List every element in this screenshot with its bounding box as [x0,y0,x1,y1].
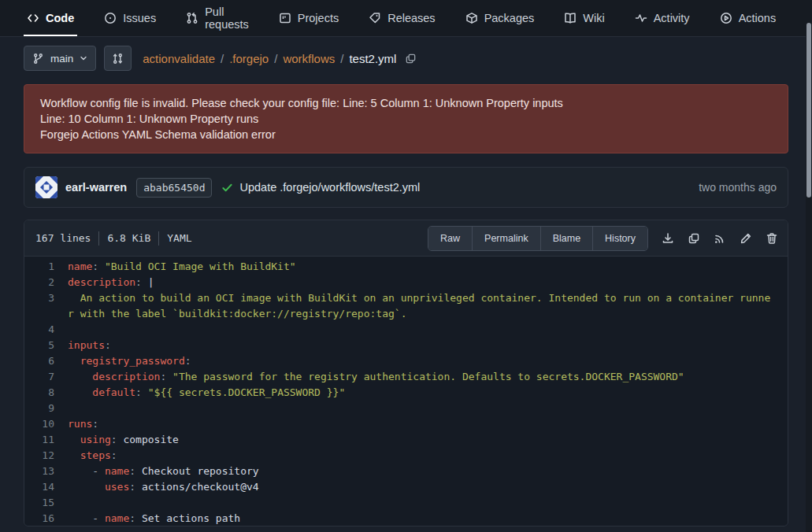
book-icon [564,12,577,24]
line-number[interactable]: 9 [24,401,68,416]
line-number[interactable]: 6 [24,353,68,369]
compare-button[interactable] [104,46,132,71]
code-line-content: inputs: [68,338,788,353]
pull-request-icon [186,12,198,24]
line-number[interactable]: 15 [24,495,68,511]
branch-icon [32,53,44,65]
breadcrumb: actionvalidate / .forgejo / workflows / … [143,52,417,65]
pulse-icon [635,12,647,24]
tab-actions[interactable]: Actions [717,0,780,36]
tab-wiki[interactable]: Wiki [561,0,607,36]
projects-icon [279,12,291,24]
file-view: 167 lines 6.8 KiB YAML Raw Permalink Bla… [24,220,788,526]
permalink-button[interactable]: Permalink [473,227,541,250]
code-line: 14 uses: actions/checkout@v4 [24,479,788,495]
file-path-bar: main actionvalidate / .forgejo / workflo… [0,37,812,79]
tab-label: Projects [298,12,339,24]
line-number[interactable]: 8 [24,385,68,401]
code-line: 7 description: "The password for the reg… [24,369,788,385]
code-line: 2description: | [24,275,788,290]
code-line-content: - name: Checkout repository [68,464,788,479]
chevron-down-icon [80,54,87,62]
blame-button[interactable]: Blame [541,227,593,250]
line-number[interactable]: 4 [24,322,68,338]
issue-icon [104,12,117,24]
page-scrollbar[interactable] [806,0,812,532]
code-line: 11 using: composite [24,432,788,448]
play-circle-icon [720,12,732,24]
branch-name: main [50,53,73,65]
copy-content-icon[interactable] [688,232,700,245]
code-line: 3 An action to build an OCI image with B… [24,290,788,322]
tab-packages[interactable]: Packages [462,0,538,36]
commit-status-check-icon[interactable] [221,182,233,194]
line-number[interactable]: 5 [24,338,68,353]
file-language: YAML [167,232,191,244]
divider [98,231,99,246]
tab-projects[interactable]: Projects [276,0,342,36]
file-header: 167 lines 6.8 KiB YAML Raw Permalink Bla… [24,220,788,257]
code-line: 9 [24,401,788,416]
tab-issues[interactable]: Issues [101,0,159,36]
branch-selector[interactable]: main [24,46,96,71]
code-line-content: runs: [68,416,788,432]
code-line: 6 registry_password: [24,353,788,369]
commit-message[interactable]: Update .forgejo/workflows/test2.yml [239,181,420,194]
error-line: Line: 10 Column 1: Unknown Property runs [40,111,772,127]
commit-hash[interactable]: abab65450d [136,178,212,198]
line-number[interactable]: 14 [24,479,68,495]
code-line-content: name: "Build OCI Image with BuildKit" [68,259,788,275]
scrollbar-thumb[interactable] [806,23,811,198]
breadcrumb-dir-workflows[interactable]: workflows [283,52,335,65]
tab-label: Releases [387,12,435,24]
latest-commit-box: earl-warren abab65450d Update .forgejo/w… [24,167,788,208]
line-number[interactable]: 11 [24,432,68,448]
breadcrumb-repo[interactable]: actionvalidate [143,52,215,65]
tab-releases[interactable]: Releases [365,0,438,36]
tab-label: Code [46,12,74,24]
commit-author[interactable]: earl-warren [65,181,127,194]
rss-feed-icon[interactable] [714,232,726,245]
tab-label: Actions [739,12,777,24]
line-number[interactable]: 13 [24,464,68,479]
line-number[interactable]: 1 [24,259,68,275]
code-line: 1name: "Build OCI Image with BuildKit" [24,259,788,275]
raw-button[interactable]: Raw [428,227,473,250]
line-number[interactable]: 3 [24,290,68,322]
line-number[interactable]: 16 [24,511,68,526]
package-icon [465,12,478,24]
line-number[interactable]: 12 [24,448,68,464]
delete-icon[interactable] [766,232,778,245]
compare-icon [112,53,124,65]
commit-time: two months ago [699,181,777,194]
tab-activity[interactable]: Activity [632,0,693,36]
tab-label: Wiki [583,12,604,24]
line-number[interactable]: 7 [24,369,68,385]
code-line: 8 default: "${{ secrets.DOCKER_PASSWORD … [24,385,788,401]
avatar[interactable] [35,176,57,198]
code-viewer: 1name: "Build OCI Image with BuildKit"2d… [24,257,788,526]
history-button[interactable]: History [593,227,647,250]
breadcrumb-separator: / [221,52,224,65]
tab-pull-requests[interactable]: Pull requests [183,0,252,36]
tag-icon [369,12,381,24]
code-line-content: using: composite [68,432,788,448]
tab-label: Pull requests [205,6,249,31]
download-icon[interactable] [662,232,674,245]
copy-path-icon[interactable] [405,53,417,65]
breadcrumb-dir-forgejo[interactable]: .forgejo [229,52,269,65]
code-line: 12 steps: [24,448,788,464]
tab-code[interactable]: Code [24,0,77,36]
line-number[interactable]: 2 [24,275,68,290]
code-line: 4 [24,322,788,338]
tab-label: Packages [484,12,535,24]
code-line: 15 [24,495,788,511]
divider [158,231,159,246]
tab-label: Activity [654,12,690,24]
repo-tab-bar: Code Issues Pull requests Projects Relea… [0,0,812,37]
code-line-content: description: | [68,275,788,290]
edit-icon[interactable] [740,232,752,245]
line-number[interactable]: 10 [24,416,68,432]
code-line: 13 - name: Checkout repository [24,464,788,479]
code-line-content: default: "${{ secrets.DOCKER_PASSWORD }}… [68,385,788,401]
